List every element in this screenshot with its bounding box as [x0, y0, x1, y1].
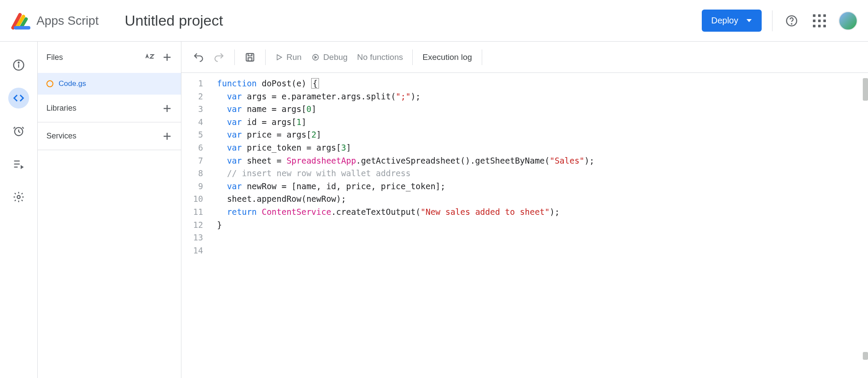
apps-script-logo-icon	[10, 10, 31, 31]
debug-icon	[311, 53, 320, 62]
rail-editor[interactable]	[8, 88, 29, 108]
scrollbar-thumb[interactable]	[863, 352, 868, 360]
redo-icon[interactable]	[214, 52, 225, 63]
svg-point-4	[18, 62, 19, 63]
divider	[234, 49, 235, 65]
body: Files Code.gs Libraries Services	[0, 42, 868, 378]
divider	[265, 49, 266, 65]
unsaved-dot-icon	[46, 80, 53, 87]
undo-icon[interactable]	[193, 52, 204, 63]
user-avatar[interactable]	[838, 11, 858, 30]
add-library-icon[interactable]	[162, 103, 172, 114]
code-editor[interactable]: 1234567891011121314 function doPost(e) {…	[181, 73, 868, 378]
divider	[772, 10, 773, 31]
sidebar-services: Services	[38, 122, 181, 150]
code-content[interactable]: function doPost(e) { var args = e.parame…	[209, 73, 868, 378]
rail-settings[interactable]	[8, 187, 29, 207]
run-label: Run	[286, 53, 302, 62]
gear-icon	[13, 191, 25, 203]
project-title[interactable]: Untitled project	[125, 12, 702, 29]
sort-icon[interactable]	[145, 52, 155, 62]
sidebar-libraries: Libraries	[38, 95, 181, 122]
logo-area: Apps Script	[10, 10, 99, 31]
svg-point-9	[17, 196, 20, 199]
file-item-code[interactable]: Code.gs	[38, 73, 181, 95]
rail-triggers[interactable]	[8, 121, 29, 141]
nav-rail	[0, 42, 37, 378]
editor-column: Run Debug No functions Execution log 123…	[181, 42, 868, 378]
header-actions: Deploy	[702, 10, 858, 32]
run-button[interactable]: Run	[275, 53, 302, 62]
divider	[482, 49, 482, 65]
executions-icon	[13, 158, 25, 170]
services-label: Services	[46, 131, 76, 141]
add-service-icon[interactable]	[162, 131, 172, 141]
help-button[interactable]	[783, 12, 800, 30]
file-name: Code.gs	[59, 79, 86, 88]
app-name: Apps Script	[36, 14, 99, 28]
chevron-down-icon	[746, 19, 752, 23]
scrollbar-thumb[interactable]	[863, 78, 868, 101]
editor-toolbar: Run Debug No functions Execution log	[181, 42, 868, 73]
svg-point-1	[791, 23, 792, 24]
functions-label: No functions	[357, 53, 403, 62]
rail-overview[interactable]	[8, 55, 29, 76]
execution-log-button[interactable]: Execution log	[422, 53, 472, 62]
debug-label: Debug	[323, 53, 348, 62]
header: Apps Script Untitled project Deploy	[0, 0, 868, 42]
help-icon	[786, 15, 798, 27]
svg-rect-17	[248, 58, 252, 61]
divider	[412, 49, 413, 65]
save-icon[interactable]	[244, 52, 256, 63]
sidebar: Files Code.gs Libraries Services	[37, 42, 181, 378]
debug-button[interactable]: Debug	[311, 53, 348, 62]
files-label: Files	[46, 53, 63, 62]
code-icon	[13, 92, 25, 104]
rail-executions[interactable]	[8, 154, 29, 174]
apps-grid-icon	[813, 14, 826, 27]
function-selector[interactable]: No functions	[357, 53, 403, 62]
apps-menu-button[interactable]	[811, 12, 828, 30]
add-file-icon[interactable]	[162, 52, 172, 62]
deploy-label: Deploy	[711, 16, 738, 26]
deploy-button[interactable]: Deploy	[702, 10, 762, 32]
clock-icon	[13, 125, 25, 137]
sidebar-files-header: Files	[38, 42, 181, 73]
execution-log-label: Execution log	[422, 53, 472, 62]
line-gutter: 1234567891011121314	[181, 73, 209, 378]
info-icon	[13, 59, 25, 71]
play-icon	[275, 53, 283, 61]
libraries-label: Libraries	[46, 104, 76, 113]
